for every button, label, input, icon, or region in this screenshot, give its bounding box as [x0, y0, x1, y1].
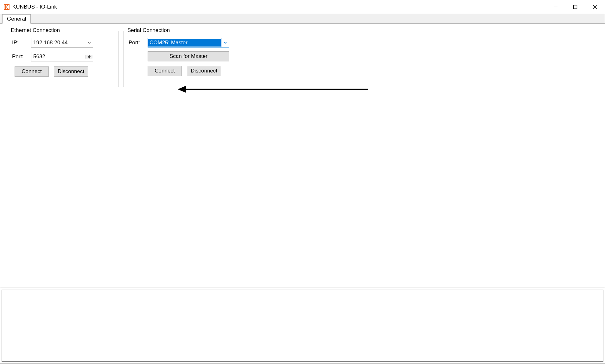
- group-serial-connection: Serial Connection Port: COM25: Master Sc…: [123, 31, 235, 87]
- label-ser-port: Port:: [129, 40, 148, 46]
- output-panel[interactable]: [2, 290, 603, 362]
- group-ethernet-connection: Ethernet Connection IP: 192.168.20.44 Po…: [7, 31, 119, 87]
- minimize-button[interactable]: [546, 0, 565, 14]
- chevron-down-icon[interactable]: [221, 38, 229, 47]
- client-area: Ethernet Connection IP: 192.168.20.44 Po…: [0, 24, 605, 363]
- group-serial-legend: Serial Connection: [126, 27, 171, 34]
- ip-value: 192.168.20.44: [31, 40, 86, 46]
- serial-port-combobox[interactable]: COM25: Master: [148, 38, 229, 47]
- label-eth-port: Port:: [12, 53, 31, 60]
- window-controls: [546, 0, 605, 14]
- ser-disconnect-button[interactable]: Disconnect: [187, 66, 221, 76]
- splitter[interactable]: [0, 287, 605, 288]
- svg-rect-0: [4, 4, 9, 9]
- chevron-down-icon[interactable]: [86, 38, 93, 47]
- ser-connect-button[interactable]: Connect: [148, 66, 182, 76]
- label-ip: IP:: [12, 40, 31, 46]
- tab-strip: General: [0, 14, 605, 24]
- app-icon: [3, 4, 10, 10]
- ip-combobox[interactable]: 192.168.20.44: [31, 38, 93, 47]
- title-bar: KUNBUS - IO-Link: [0, 0, 605, 14]
- serial-port-value: COM25: Master: [148, 39, 221, 47]
- spinner-down-icon[interactable]: [86, 57, 93, 59]
- eth-port-spinner: [86, 55, 93, 59]
- tab-general[interactable]: General: [2, 14, 31, 24]
- eth-port-numeric[interactable]: 5632: [31, 52, 93, 61]
- maximize-button[interactable]: [565, 0, 585, 14]
- svg-rect-2: [574, 5, 577, 9]
- eth-connect-button[interactable]: Connect: [15, 66, 49, 77]
- eth-port-value: 5632: [31, 53, 86, 60]
- group-ethernet-legend: Ethernet Connection: [10, 27, 61, 34]
- application-window: KUNBUS - IO-Link General Ethernet Connec…: [0, 0, 605, 363]
- window-title: KUNBUS - IO-Link: [12, 4, 546, 10]
- scan-for-master-button[interactable]: Scan for Master: [148, 51, 229, 61]
- close-button[interactable]: [585, 0, 605, 14]
- eth-disconnect-button[interactable]: Disconnect: [54, 66, 88, 77]
